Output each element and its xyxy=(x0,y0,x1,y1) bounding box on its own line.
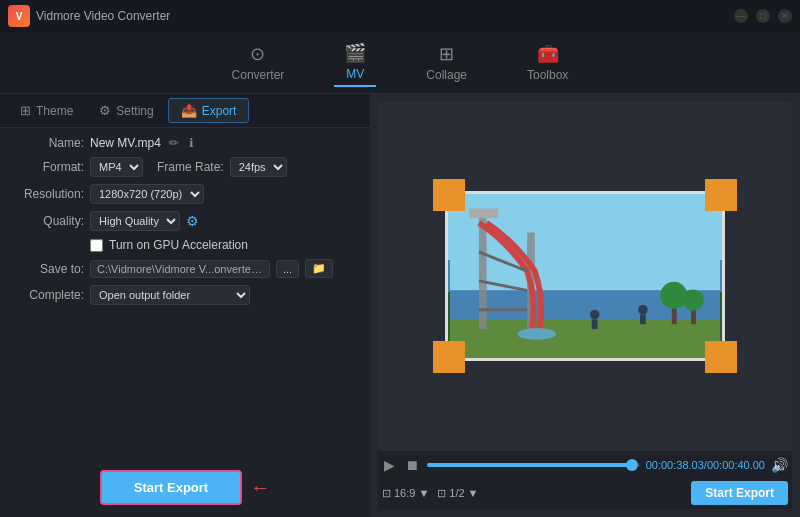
tab-export-label: Export xyxy=(202,104,237,118)
svg-rect-13 xyxy=(640,315,646,325)
play-button[interactable]: ▶ xyxy=(382,457,397,473)
app-logo: V xyxy=(8,5,30,27)
controls-row2: ⊡ 16:9 ▼ ⊡ 1/2 ▼ Start Export xyxy=(378,477,792,509)
settings-area: Name: New MV.mp4 ✏ ℹ Format: MP4 Frame R… xyxy=(0,128,370,458)
right-panel: ▶ ⏹ 00:00:38.03/00:00:40.00 🔊 ⊡ 16:9 ▼ ⊡… xyxy=(370,94,800,517)
quality-row: Quality: High Quality ⚙ xyxy=(12,211,358,231)
arrow-indicator: ← xyxy=(250,470,270,505)
progress-thumb xyxy=(626,459,638,471)
svg-rect-11 xyxy=(592,319,598,329)
window-controls[interactable]: — □ ✕ xyxy=(734,9,792,23)
start-export-button-right[interactable]: Start Export xyxy=(691,481,788,505)
resolution-row: Resolution: 1280x720 (720p) xyxy=(12,184,358,204)
browse-button[interactable]: ... xyxy=(276,260,299,278)
toolbox-icon: 🧰 xyxy=(537,43,559,65)
clip-chevron-icon: ▼ xyxy=(468,487,479,499)
gpu-label: Turn on GPU Acceleration xyxy=(109,238,248,252)
svg-point-9 xyxy=(517,328,556,340)
video-controls: ▶ ⏹ 00:00:38.03/00:00:40.00 🔊 xyxy=(378,450,792,477)
frame-rate-label: Frame Rate: xyxy=(157,160,224,174)
format-label: Format: xyxy=(12,160,84,174)
progress-track[interactable] xyxy=(427,463,640,467)
format-select[interactable]: MP4 xyxy=(90,157,143,177)
stop-button[interactable]: ⏹ xyxy=(403,457,421,473)
complete-select[interactable]: Open output folder xyxy=(90,285,250,305)
svg-point-17 xyxy=(682,290,703,311)
svg-rect-2 xyxy=(450,319,720,358)
time-display: 00:00:38.03/00:00:40.00 xyxy=(646,459,765,471)
tab-setting-label: Setting xyxy=(116,104,153,118)
aspect-ratio-button[interactable]: ⊡ 16:9 ▼ xyxy=(382,487,429,500)
svg-rect-0 xyxy=(450,194,720,290)
preview-frame-wrapper xyxy=(445,191,725,361)
start-export-button-left[interactable]: Start Export xyxy=(100,470,242,505)
complete-label: Complete: xyxy=(12,288,84,302)
nav-collage-label: Collage xyxy=(426,68,467,82)
frame-rate-select[interactable]: 24fps xyxy=(230,157,287,177)
corner-deco-tr xyxy=(705,179,737,211)
svg-point-10 xyxy=(590,310,600,320)
edit-name-button[interactable]: ✏ xyxy=(167,136,181,150)
info-button[interactable]: ℹ xyxy=(187,136,196,150)
clip-fraction-value: 1/2 xyxy=(449,487,464,499)
top-navigation: ⊙ Converter 🎬 MV ⊞ Collage 🧰 Toolbox xyxy=(0,32,800,94)
save-path-value: C:\Vidmore\Vidmore V...onverter\MV Expor… xyxy=(90,260,270,278)
app-title: Vidmore Video Converter xyxy=(36,9,728,23)
clip-button[interactable]: ⊡ 1/2 ▼ xyxy=(437,487,478,500)
name-value: New MV.mp4 xyxy=(90,136,161,150)
aspect-chevron-icon: ▼ xyxy=(418,487,429,499)
nav-collage[interactable]: ⊞ Collage xyxy=(416,39,477,86)
format-row: Format: MP4 Frame Rate: 24fps xyxy=(12,157,358,177)
save-label: Save to: xyxy=(12,262,84,276)
nav-converter[interactable]: ⊙ Converter xyxy=(222,39,295,86)
svg-point-12 xyxy=(638,305,648,315)
close-button[interactable]: ✕ xyxy=(778,9,792,23)
save-to-row: Save to: C:\Vidmore\Vidmore V...onverter… xyxy=(12,259,358,278)
name-label: Name: xyxy=(12,136,84,150)
export-tab-icon: 📤 xyxy=(181,103,197,118)
titlebar: V Vidmore Video Converter — □ ✕ xyxy=(0,0,800,32)
tab-theme[interactable]: ⊞ Theme xyxy=(8,99,85,122)
clip-icon: ⊡ xyxy=(437,487,446,500)
quality-label: Quality: xyxy=(12,214,84,228)
minimize-button[interactable]: — xyxy=(734,9,748,23)
tab-bar: ⊞ Theme ⚙ Setting 📤 Export xyxy=(0,94,370,128)
tab-theme-label: Theme xyxy=(36,104,73,118)
left-panel: ⊞ Theme ⚙ Setting 📤 Export Name: New MV.… xyxy=(0,94,370,517)
quality-select[interactable]: High Quality xyxy=(90,211,180,231)
complete-row: Complete: Open output folder xyxy=(12,285,358,305)
resolution-label: Resolution: xyxy=(12,187,84,201)
resolution-select[interactable]: 1280x720 (720p) xyxy=(90,184,204,204)
preview-image xyxy=(448,194,722,358)
svg-rect-8 xyxy=(469,208,498,218)
tab-setting[interactable]: ⚙ Setting xyxy=(87,99,165,122)
corner-deco-tl xyxy=(433,179,465,211)
name-row: Name: New MV.mp4 ✏ ℹ xyxy=(12,136,358,150)
nav-toolbox[interactable]: 🧰 Toolbox xyxy=(517,39,578,86)
gpu-row: Turn on GPU Acceleration xyxy=(90,238,358,252)
mv-icon: 🎬 xyxy=(344,42,366,64)
nav-mv-label: MV xyxy=(346,67,364,81)
volume-icon[interactable]: 🔊 xyxy=(771,457,788,473)
tab-export[interactable]: 📤 Export xyxy=(168,98,250,123)
theme-tab-icon: ⊞ xyxy=(20,103,31,118)
preview-area xyxy=(378,102,792,450)
progress-fill xyxy=(427,463,629,467)
nav-mv[interactable]: 🎬 MV xyxy=(334,38,376,87)
aspect-ratio-value: 16:9 xyxy=(394,487,415,499)
maximize-button[interactable]: □ xyxy=(756,9,770,23)
main-area: ⊞ Theme ⚙ Setting 📤 Export Name: New MV.… xyxy=(0,94,800,517)
quality-settings-button[interactable]: ⚙ xyxy=(186,213,199,229)
open-folder-button[interactable]: 📁 xyxy=(305,259,333,278)
gpu-checkbox[interactable] xyxy=(90,239,103,252)
export-button-area: Start Export ← xyxy=(0,458,370,517)
collage-icon: ⊞ xyxy=(439,43,454,65)
setting-tab-icon: ⚙ xyxy=(99,103,111,118)
corner-deco-bl xyxy=(433,341,465,373)
preview-frame xyxy=(445,191,725,361)
corner-deco-br xyxy=(705,341,737,373)
svg-point-15 xyxy=(660,282,687,309)
converter-icon: ⊙ xyxy=(250,43,265,65)
frame-rate-row: Frame Rate: 24fps xyxy=(157,157,287,177)
nav-toolbox-label: Toolbox xyxy=(527,68,568,82)
